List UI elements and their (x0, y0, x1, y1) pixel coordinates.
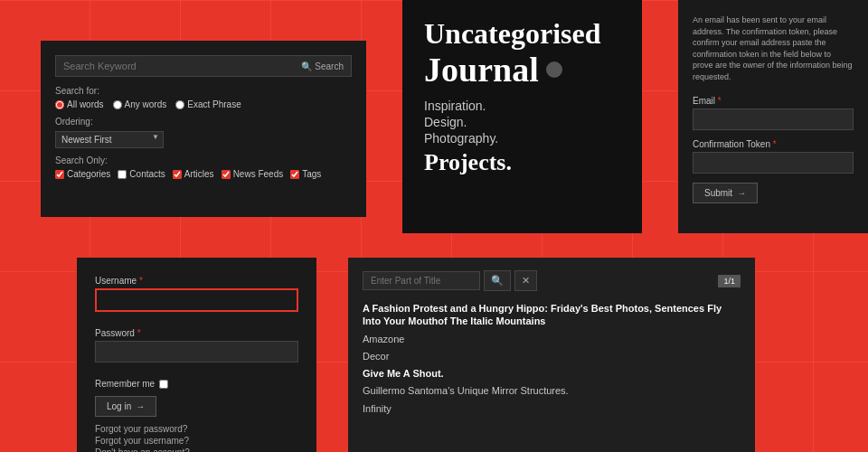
username-input[interactable] (95, 288, 298, 312)
search-for-label: Search for: (55, 86, 352, 96)
login-button-label: Log in (107, 401, 131, 411)
password-input[interactable] (95, 341, 298, 363)
article-search-input[interactable] (363, 271, 480, 290)
no-account-link[interactable]: Don't have an account? (95, 447, 298, 452)
login-links: Forgot your password? Forgot your userna… (95, 424, 298, 452)
checkbox-articles[interactable]: Articles (173, 169, 214, 179)
article-item[interactable]: Infinity (363, 402, 741, 415)
radio-exact-phrase[interactable]: Exact Phrase (175, 99, 241, 109)
submit-button[interactable]: Submit → (693, 183, 758, 203)
forgot-password-link[interactable]: Forgot your password? (95, 424, 298, 434)
email-field-group: Email * (693, 96, 854, 130)
search-only-label: Search Only: (55, 155, 352, 165)
article-search-icon: 🔍 (491, 275, 504, 286)
article-search-button[interactable]: 🔍 (484, 270, 511, 291)
search-for-section: Search for: All words Any words Exact Ph… (55, 86, 352, 109)
search-bar[interactable]: 🔍 Search (55, 55, 352, 77)
email-panel: An email has been sent to your email add… (678, 0, 868, 233)
submit-label: Submit (704, 188, 732, 198)
search-button-label: Search (315, 61, 344, 71)
ordering-label: Ordering: (55, 117, 352, 127)
login-button[interactable]: Log in → (95, 396, 156, 417)
username-field-group: Username * (95, 276, 298, 319)
article-clear-button[interactable]: ✕ (514, 270, 537, 291)
journal-link-design[interactable]: Design. (424, 115, 620, 129)
search-button[interactable]: 🔍 Search (301, 61, 344, 71)
remember-label: Remember me (95, 379, 155, 389)
articles-panel: 🔍 ✕ 1/1 A Fashion Protest and a Hungry H… (348, 258, 755, 452)
journal-link-photography[interactable]: Photography. (424, 131, 620, 146)
journal-dot-icon (546, 61, 562, 78)
token-label: Confirmation Token * (693, 139, 854, 149)
journal-panel: Uncategorised Journal Inspiration. Desig… (402, 0, 642, 233)
article-item[interactable]: Give Me A Shout. (363, 367, 741, 380)
search-icon: 🔍 (301, 61, 312, 71)
token-field-group: Confirmation Token * (693, 139, 854, 174)
journal-title-row: Journal (424, 50, 620, 89)
checkbox-categories[interactable]: Categories (55, 169, 110, 179)
radio-all-words-label: All words (67, 99, 104, 109)
ordering-select[interactable]: Newest First Oldest First Alphabetical (55, 131, 164, 148)
article-item[interactable]: Guillermo Santoma's Unique Mirror Struct… (363, 384, 741, 397)
article-clear-icon: ✕ (522, 275, 530, 286)
radio-exact-phrase-label: Exact Phrase (187, 99, 241, 109)
article-item[interactable]: Amazone (363, 333, 741, 345)
ordering-section: Ordering: Newest First Oldest First Alph… (55, 117, 352, 148)
checkbox-news-feeds[interactable]: News Feeds (222, 169, 284, 179)
journal-link-inspiration[interactable]: Inspiration. (424, 99, 620, 113)
radio-all-words[interactable]: All words (55, 99, 104, 109)
checkbox-contacts[interactable]: Contacts (118, 169, 165, 179)
search-input[interactable] (63, 61, 301, 71)
token-input[interactable] (693, 152, 854, 174)
article-list: A Fashion Protest and a Hungry Hippo: Fr… (363, 302, 741, 415)
radio-any-words[interactable]: Any words (113, 99, 167, 109)
journal-projects-label[interactable]: Projects. (424, 149, 620, 176)
journal-title: Journal (424, 50, 539, 89)
article-item[interactable]: A Fashion Protest and a Hungry Hippo: Fr… (363, 302, 741, 328)
ordering-select-wrapper[interactable]: Newest First Oldest First Alphabetical (55, 130, 164, 148)
remember-row: Remember me (95, 379, 298, 389)
journal-uncategorised: Uncategorised (424, 18, 620, 50)
username-label: Username * (95, 276, 298, 286)
email-description: An email has been sent to your email add… (693, 14, 854, 83)
email-label: Email * (693, 96, 854, 106)
search-checkbox-group: Categories Contacts Articles News Feeds … (55, 169, 352, 179)
search-only-section: Search Only: Categories Contacts Article… (55, 155, 352, 179)
remember-checkbox[interactable] (159, 380, 168, 389)
search-panel: 🔍 Search Search for: All words Any words… (41, 41, 366, 217)
radio-any-words-label: Any words (125, 99, 167, 109)
checkbox-tags[interactable]: Tags (290, 169, 321, 179)
password-label: Password * (95, 328, 298, 338)
submit-arrow-icon: → (737, 188, 746, 198)
password-field-group: Password * (95, 328, 298, 370)
forgot-username-link[interactable]: Forgot your username? (95, 436, 298, 446)
journal-links: Inspiration. Design. Photography. Projec… (424, 99, 620, 176)
article-item[interactable]: Decor (363, 350, 741, 363)
email-input[interactable] (693, 108, 854, 130)
login-panel: Username * Password * Remember me Log in… (77, 258, 316, 452)
article-search-bar: 🔍 ✕ 1/1 (363, 270, 741, 291)
article-page-badge: 1/1 (718, 275, 741, 287)
login-arrow-icon: → (136, 401, 145, 411)
search-radio-group: All words Any words Exact Phrase (55, 99, 352, 109)
